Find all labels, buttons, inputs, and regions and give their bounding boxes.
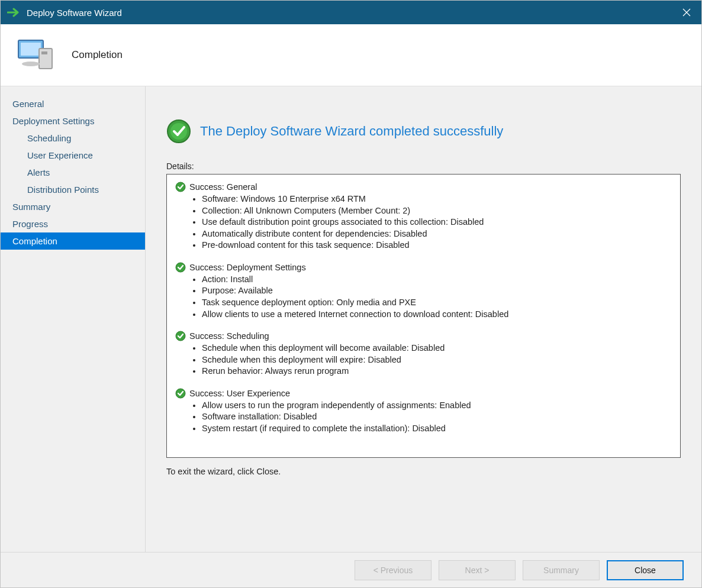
detail-line: Allow users to run the program independe…	[202, 400, 672, 412]
detail-group-title: Success: Scheduling	[189, 331, 269, 341]
detail-group: Success: User ExperienceAllow users to r…	[175, 388, 672, 435]
summary-button: Summary	[523, 560, 600, 580]
next-button: Next >	[439, 560, 516, 580]
detail-line: Software installation: Disabled	[202, 411, 672, 423]
content-panel: The Deploy Software Wizard completed suc…	[146, 86, 701, 553]
computer-icon	[12, 34, 60, 76]
detail-group: Success: SchedulingSchedule when this de…	[175, 331, 672, 377]
detail-line: System restart (if required to complete …	[202, 423, 672, 435]
success-check-icon	[175, 262, 186, 273]
detail-group-title: Success: User Experience	[189, 389, 290, 398]
success-title: The Deploy Software Wizard completed suc…	[200, 124, 503, 139]
detail-line: Collection: All Unknown Computers (Membe…	[202, 205, 672, 217]
detail-line: Purpose: Available	[202, 285, 672, 297]
svg-point-7	[176, 182, 185, 192]
sidebar-item-scheduling[interactable]: Scheduling	[1, 130, 145, 147]
detail-group: Success: GeneralSoftware: Windows 10 Ent…	[175, 182, 672, 251]
detail-group-title: Success: Deployment Settings	[189, 263, 306, 272]
details-label: Details:	[166, 161, 681, 171]
sidebar-item-completion[interactable]: Completion	[1, 232, 145, 250]
window-close-button[interactable]	[672, 1, 701, 24]
exit-hint: To exit the wizard, click Close.	[166, 467, 681, 476]
svg-point-9	[176, 331, 185, 341]
detail-line: Allow clients to use a metered Internet …	[202, 309, 672, 321]
previous-button: < Previous	[355, 560, 431, 580]
detail-line: Automatically distribute content for dep…	[202, 228, 672, 240]
sidebar-item-alerts[interactable]: Alerts	[1, 164, 145, 181]
detail-group-heading: Success: Scheduling	[175, 331, 672, 341]
detail-group-list: Schedule when this deployment will becom…	[202, 343, 672, 377]
titlebar: Deploy Software Wizard	[1, 1, 701, 24]
footer: < Previous Next > Summary Close	[1, 552, 701, 587]
detail-line: Action: Install	[202, 274, 672, 286]
detail-line: Use default distribution point groups as…	[202, 217, 672, 228]
detail-group-list: Software: Windows 10 Enterprise x64 RTMC…	[202, 193, 672, 251]
success-check-icon	[175, 331, 186, 341]
detail-group-list: Allow users to run the program independe…	[202, 400, 672, 435]
sidebar-item-summary[interactable]: Summary	[1, 198, 145, 215]
svg-rect-1	[21, 43, 41, 56]
success-check-icon	[175, 182, 186, 192]
detail-line: Rerun behavior: Always rerun program	[202, 366, 672, 377]
success-check-icon	[175, 388, 186, 399]
detail-line: Task sequence deployment option: Only me…	[202, 297, 672, 309]
sidebar: GeneralDeployment SettingsSchedulingUser…	[1, 86, 146, 553]
app-arrow-icon	[7, 7, 22, 18]
svg-point-8	[176, 263, 185, 272]
window-title: Deploy Software Wizard	[27, 8, 122, 18]
success-header: The Deploy Software Wizard completed suc…	[166, 119, 681, 144]
detail-group-list: Action: InstallPurpose: AvailableTask se…	[202, 274, 672, 320]
sidebar-item-distribution-points[interactable]: Distribution Points	[1, 181, 145, 198]
detail-line: Schedule when this deployment will becom…	[202, 343, 672, 354]
sidebar-item-progress[interactable]: Progress	[1, 215, 145, 232]
detail-group-heading: Success: General	[175, 182, 672, 192]
detail-group-title: Success: General	[189, 182, 257, 192]
svg-point-4	[22, 62, 40, 66]
detail-line: Software: Windows 10 Enterprise x64 RTM	[202, 193, 672, 205]
detail-line: Schedule when this deployment will expir…	[202, 354, 672, 366]
main-area: GeneralDeployment SettingsSchedulingUser…	[1, 86, 701, 553]
svg-point-10	[176, 389, 185, 398]
detail-line: Pre-download content for this task seque…	[202, 240, 672, 251]
header: Completion	[1, 24, 701, 86]
detail-group-heading: Success: Deployment Settings	[175, 262, 672, 273]
page-title: Completion	[72, 49, 123, 61]
detail-group-heading: Success: User Experience	[175, 388, 672, 399]
svg-rect-3	[41, 51, 47, 54]
sidebar-item-deployment-settings[interactable]: Deployment Settings	[1, 112, 145, 130]
close-button[interactable]: Close	[607, 560, 684, 580]
sidebar-item-general[interactable]: General	[1, 95, 145, 112]
success-check-icon	[166, 119, 191, 144]
sidebar-item-user-experience[interactable]: User Experience	[1, 147, 145, 164]
details-box[interactable]: Success: GeneralSoftware: Windows 10 Ent…	[166, 174, 681, 458]
wizard-window: Deploy Software Wizard Completion Genera…	[0, 0, 702, 588]
detail-group: Success: Deployment SettingsAction: Inst…	[175, 262, 672, 320]
